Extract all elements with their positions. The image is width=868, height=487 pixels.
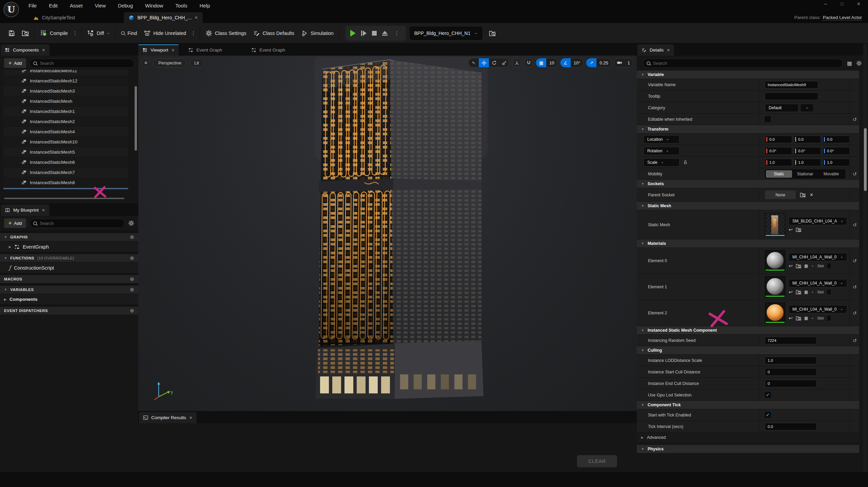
section-ism-component[interactable]: ▼Instanced Static Mesh Component xyxy=(637,326,859,335)
browse-socket-icon[interactable] xyxy=(800,192,806,198)
use-selected-asset-icon[interactable]: ↩ xyxy=(789,289,793,295)
material-0-thumbnail[interactable] xyxy=(765,250,785,271)
components-tab[interactable]: Components ✕ xyxy=(1,44,50,56)
slot-field[interactable] xyxy=(827,289,831,295)
eject-icon[interactable] xyxy=(382,31,388,36)
material-1-dropdown[interactable]: MI_CHH_L04_A_Wall_0⌄ xyxy=(789,279,847,287)
my-blueprint-tab-close-icon[interactable]: ✕ xyxy=(42,208,45,213)
rotation-z-field[interactable]: 0.0° xyxy=(823,147,850,155)
use-selected-asset-icon[interactable]: ↩ xyxy=(789,227,793,232)
reset-icon[interactable]: ↺ xyxy=(853,171,857,177)
component-row-selected[interactable]: InstancedStaticMesh9 xyxy=(3,188,128,189)
material-0-dropdown[interactable]: MI_CHH_L04_A_Wall_0⌄ xyxy=(789,253,847,261)
frame-advance-icon[interactable] xyxy=(361,31,367,36)
location-y-field[interactable]: 0.0 xyxy=(794,136,821,143)
instancing-random-seed-field[interactable]: 7224 xyxy=(765,337,816,344)
variable-name-field[interactable]: InstancedStaticMesh9 xyxy=(765,81,818,89)
component-row[interactable]: InstancedStaticMesh6 xyxy=(3,157,128,168)
viewport-options-hamburger-icon[interactable]: ≡ xyxy=(141,58,151,67)
reset-icon[interactable]: ↺ xyxy=(853,117,857,122)
rotate-tool[interactable] xyxy=(489,58,499,67)
editable-when-inherited-checkbox[interactable] xyxy=(765,116,771,122)
details-settings-gear-icon[interactable] xyxy=(856,60,862,66)
components-search[interactable] xyxy=(29,59,134,68)
browse-to-asset-icon[interactable] xyxy=(796,227,801,232)
grid-snap-toggle[interactable]: ▦ xyxy=(536,58,546,67)
event-graph-tab-2[interactable]: Event Graph xyxy=(247,44,289,56)
section-component-tick[interactable]: ▼Component Tick xyxy=(637,401,859,409)
variables-components-group[interactable]: ▶ Components xyxy=(0,294,138,305)
material-checker-icon[interactable]: ▦ xyxy=(804,290,808,294)
window-minimize-icon[interactable]: ─ xyxy=(824,1,827,6)
material-1-thumbnail[interactable] xyxy=(765,276,785,297)
my-blueprint-settings-gear-icon[interactable] xyxy=(128,220,134,226)
move-tool[interactable] xyxy=(479,58,489,67)
location-z-field[interactable]: 0.0 xyxy=(823,136,850,143)
rotation-snap-value[interactable]: 10° xyxy=(571,60,584,65)
component-row[interactable]: InstancedStaticMesh10 xyxy=(3,137,128,147)
menu-tools[interactable]: Tools xyxy=(175,3,187,8)
compiler-clear-button[interactable]: CLEAR xyxy=(577,455,617,467)
slot-field[interactable] xyxy=(827,315,831,321)
hide-unrelated-kebab-icon[interactable]: ⋮ xyxy=(190,30,198,36)
scale-snap-toggle[interactable]: ↗ xyxy=(586,58,596,67)
component-row[interactable]: InstancedStaticMesh12 xyxy=(3,76,128,86)
rotation-dropdown[interactable]: Rotation⌄ xyxy=(644,147,679,155)
component-row[interactable]: InstancedStaticMesh2 xyxy=(3,117,128,127)
material-checker-icon[interactable]: ▦ xyxy=(804,264,808,268)
details-tab-close-icon[interactable]: ✕ xyxy=(667,48,670,53)
category-dropdown-chevron[interactable]: ⌄ xyxy=(800,104,814,112)
select-tool[interactable]: ↖ xyxy=(469,58,479,67)
menu-file[interactable]: File xyxy=(28,3,37,8)
perspective-selector[interactable]: Perspective xyxy=(153,58,186,67)
tab-asset-bpp-bldg[interactable]: BPP_Bldg_Hero_CHH_... ✕ xyxy=(124,12,203,23)
start-with-tick-checkbox[interactable]: ✓ xyxy=(765,412,771,418)
reset-icon[interactable]: ↺ xyxy=(853,310,857,316)
location-dropdown[interactable]: Location⌄ xyxy=(644,135,679,143)
browse-asset-button[interactable] xyxy=(18,26,32,40)
category-dropdown[interactable]: Default xyxy=(765,104,798,112)
add-variable-icon[interactable]: ⊕ xyxy=(130,287,134,293)
construction-script-item[interactable]: ƒ ConstructionScript xyxy=(0,262,138,273)
lod-distance-scale-field[interactable]: 1.0 xyxy=(765,357,816,364)
mobility-stationary[interactable]: Stationar xyxy=(792,172,818,176)
rotation-snap-toggle[interactable]: ∠ xyxy=(560,58,571,67)
tab-level-citysampletest[interactable]: CitySampleTest xyxy=(28,12,80,23)
compile-button[interactable]: Compile xyxy=(37,26,71,40)
component-row[interactable]: InstancedStaticMesh5 xyxy=(3,147,128,157)
material-checker-icon[interactable]: ▦ xyxy=(804,316,808,320)
reset-icon[interactable]: ↺ xyxy=(853,258,857,264)
section-sockets[interactable]: ▼Sockets xyxy=(637,180,859,188)
variables-section-header[interactable]: ▼ VARIABLES ⊕ xyxy=(0,285,138,294)
tooltip-field[interactable] xyxy=(765,93,818,100)
mobility-movable[interactable]: Movable xyxy=(818,172,844,176)
section-static-mesh[interactable]: ▼Static Mesh xyxy=(637,202,859,210)
tick-interval-field[interactable]: 0.0 xyxy=(765,423,816,430)
stop-icon[interactable] xyxy=(372,31,377,36)
section-physics[interactable]: ▼Physics xyxy=(637,445,859,453)
material-options-chevron-icon[interactable]: ⌄ xyxy=(811,289,814,294)
section-culling[interactable]: ▼Culling xyxy=(637,346,859,355)
section-variable[interactable]: ▼Variable xyxy=(637,71,859,79)
material-options-chevron-icon[interactable]: ⌄ xyxy=(811,315,814,320)
browse-to-asset-icon[interactable] xyxy=(796,289,801,295)
simulation-button[interactable]: Simulation xyxy=(298,26,337,40)
debug-object-browse-button[interactable] xyxy=(486,26,499,40)
save-button[interactable] xyxy=(5,26,18,40)
start-cull-distance-field[interactable]: 0 xyxy=(765,368,816,376)
diff-button[interactable]: Diff ⌄ xyxy=(84,26,113,40)
add-event-dispatcher-icon[interactable]: ⊕ xyxy=(130,308,134,314)
details-search-input[interactable] xyxy=(653,61,839,66)
menu-debug[interactable]: Debug xyxy=(118,3,133,8)
graphs-section-header[interactable]: ▼ GRAPHS ⊕ xyxy=(0,233,138,241)
menu-window[interactable]: Window xyxy=(145,3,163,8)
component-row[interactable]: InstancedStaticMesh1 xyxy=(3,106,128,117)
component-row[interactable]: InstancedStaticMesh8 xyxy=(3,178,128,188)
components-search-input[interactable] xyxy=(40,61,131,66)
event-graph-item[interactable]: ▶ EventGraph xyxy=(0,241,138,252)
my-blueprint-search-input[interactable] xyxy=(40,221,121,226)
view-mode-lit[interactable]: Lit xyxy=(189,58,204,67)
find-button[interactable]: Find xyxy=(118,26,140,40)
scale-dropdown[interactable]: Scale⌄ xyxy=(644,158,679,167)
scale-z-field[interactable]: 1.0 xyxy=(823,159,850,166)
